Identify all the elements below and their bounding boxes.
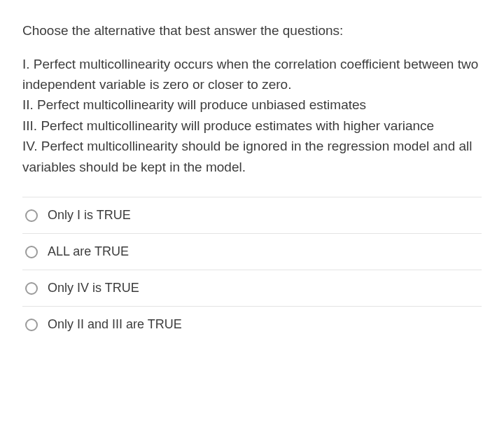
option-2[interactable]: ALL are TRUE	[22, 233, 482, 270]
radio-icon[interactable]	[25, 246, 38, 258]
option-1[interactable]: Only I is TRUE	[22, 197, 482, 233]
radio-icon[interactable]	[25, 282, 38, 295]
radio-icon[interactable]	[25, 209, 38, 222]
statements-block: I. Perfect multicollinearity occurs when…	[22, 54, 482, 178]
option-label: Only I is TRUE	[48, 208, 131, 223]
option-label: ALL are TRUE	[48, 244, 129, 259]
option-4[interactable]: Only II and III are TRUE	[22, 306, 482, 342]
question-intro: Choose the alternative that best answer …	[22, 21, 482, 41]
option-label: Only II and III are TRUE	[48, 317, 182, 332]
radio-icon[interactable]	[25, 319, 38, 331]
statement-4: IV. Perfect multicollinearity should be …	[22, 136, 482, 177]
option-3[interactable]: Only IV is TRUE	[22, 270, 482, 306]
statement-3: III. Perfect multicollinearity will prod…	[22, 116, 482, 136]
statement-1: I. Perfect multicollinearity occurs when…	[22, 54, 482, 95]
statement-2: II. Perfect multicollinearity will produ…	[22, 95, 482, 115]
option-label: Only IV is TRUE	[48, 281, 139, 295]
options-list: Only I is TRUE ALL are TRUE Only IV is T…	[22, 197, 482, 342]
